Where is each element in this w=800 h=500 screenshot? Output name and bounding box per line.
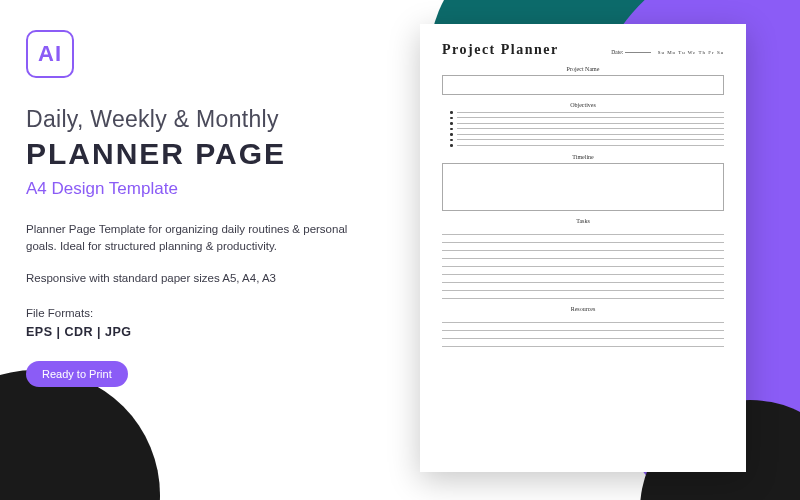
section-timeline: Timeline <box>442 154 724 211</box>
section-project-name: Project Name <box>442 66 724 95</box>
headline-light: Daily, Weekly & Monthly <box>26 106 354 133</box>
label-timeline: Timeline <box>442 154 724 160</box>
description-2: Responsive with standard paper sizes A5,… <box>26 270 354 287</box>
preview-date-row: Date: Su Mo Tu We Th Fr Sa <box>611 49 724 55</box>
ai-logo: AI <box>26 30 74 78</box>
headline-bold: PLANNER PAGE <box>26 137 354 171</box>
ready-badge: Ready to Print <box>26 361 128 387</box>
label-project-name: Project Name <box>442 66 724 72</box>
label-objectives: Objectives <box>442 102 724 108</box>
box-project-name <box>442 75 724 95</box>
info-panel: AI Daily, Weekly & Monthly PLANNER PAGE … <box>0 0 380 500</box>
objectives-bullets <box>442 111 724 147</box>
weekday-labels: Su Mo Tu We Th Fr Sa <box>658 50 724 55</box>
resources-lines <box>442 315 724 347</box>
section-objectives: Objectives <box>442 102 724 147</box>
box-timeline <box>442 163 724 211</box>
label-resources: Resources <box>442 306 724 312</box>
tasks-lines <box>442 227 724 299</box>
preview-title: Project Planner <box>442 42 559 58</box>
section-tasks: Tasks <box>442 218 724 299</box>
formats-list: EPS | CDR | JPG <box>26 325 354 339</box>
preview-header: Project Planner Date: Su Mo Tu We Th Fr … <box>442 42 724 58</box>
label-tasks: Tasks <box>442 218 724 224</box>
formats-label: File Formats: <box>26 307 354 319</box>
subhead: A4 Design Template <box>26 179 354 199</box>
section-resources: Resources <box>442 306 724 347</box>
description-1: Planner Page Template for organizing dai… <box>26 221 354 256</box>
date-label: Date: <box>611 49 623 55</box>
planner-page-preview: Project Planner Date: Su Mo Tu We Th Fr … <box>420 24 746 472</box>
